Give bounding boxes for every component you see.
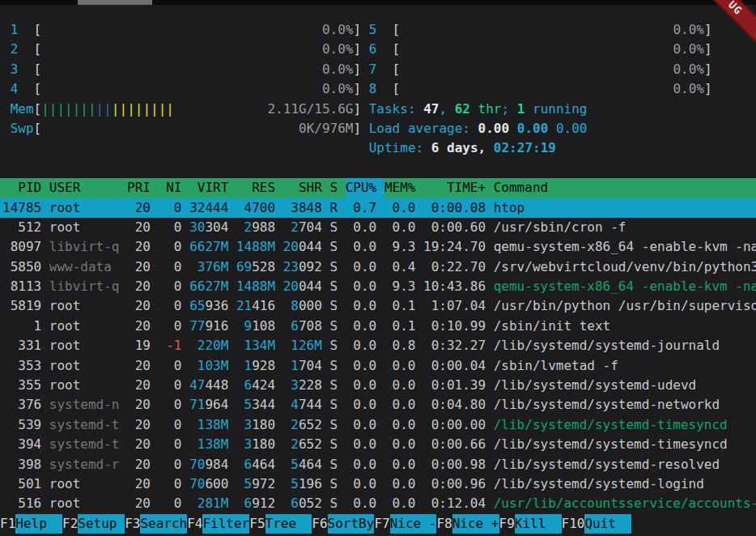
process-row[interactable]: 376systemd-n2007196453444744S0.00.00:04.…: [0, 395, 756, 415]
res-cell: 6912: [236, 494, 275, 513]
user-cell: libvirt-q: [49, 237, 120, 257]
shr-value-low: 652: [299, 436, 322, 452]
fkey-button-f9[interactable]: F9Kill: [499, 514, 562, 534]
state-cell: S: [329, 376, 338, 395]
time-cell: 0:00.66: [423, 435, 486, 454]
meter-open-bracket: [: [393, 40, 401, 59]
fkey-button-f1[interactable]: F1Help: [0, 514, 62, 534]
shr-value-low: 044: [299, 239, 322, 254]
state-cell: S: [329, 356, 338, 376]
cpu-percent-cell: 0.0: [346, 237, 377, 257]
meter-open-bracket: [: [393, 60, 401, 79]
process-row[interactable]: 8113libvirt-q2006627M1488M20044S0.09.310…: [0, 277, 756, 296]
column-header-pid[interactable]: PID: [2, 178, 41, 198]
process-row[interactable]: 331root19-1220M134M126MS0.00.80:32.27/li…: [0, 336, 756, 355]
pid-cell: 501: [2, 474, 41, 494]
fkey-button-f5[interactable]: F5Tree: [249, 514, 312, 534]
column-header-ni[interactable]: NI: [159, 178, 182, 198]
process-row[interactable]: 512root2003030429882704S0.00.00:00.60/us…: [0, 218, 756, 237]
res-cell: 1488M: [236, 237, 275, 257]
meter-pipe-segment: |||||||: [41, 101, 96, 117]
state-cell: S: [329, 317, 338, 336]
priority-cell: 20: [127, 356, 151, 376]
process-row[interactable]: 398systemd-r2007098464645464S0.00.00:00.…: [0, 455, 756, 474]
meter-pipe-segment: ||: [96, 101, 112, 117]
virt-value-high: 138M: [197, 436, 229, 452]
res-value-high: 3: [244, 417, 253, 432]
load-average-status-part: 0.00: [556, 119, 588, 138]
time-cell: 0:10.99: [423, 317, 486, 336]
process-row[interactable]: 539systemd-t200138M31802652S0.00.00:00.0…: [0, 415, 756, 435]
res-value-high: 21: [236, 298, 252, 313]
shr-cell: 2704: [283, 218, 322, 237]
column-header-shr[interactable]: SHR: [283, 178, 322, 198]
shr-value-high: 126M: [291, 338, 322, 353]
mem-percent-cell: 0.0: [384, 474, 416, 494]
state-cell: S: [329, 474, 338, 494]
column-header-user[interactable]: USER: [49, 178, 120, 198]
pid-cell: 512: [2, 218, 41, 237]
tasks-status-part: 47: [423, 100, 439, 119]
meter-value: 0.0%: [322, 40, 354, 59]
meter-caption: 1: [11, 20, 34, 40]
fkey-button-f3[interactable]: F3Search: [125, 514, 187, 534]
process-row[interactable]: 8097libvirt-q2006627M1488M20044S0.09.319…: [0, 237, 756, 257]
shr-cell: 3228: [283, 376, 322, 395]
meter-caption: 4: [11, 79, 34, 99]
fkey-button-f6[interactable]: F6SortBy: [312, 514, 374, 534]
cpu-meter-3: 3[0.0%]: [11, 60, 361, 79]
res-value-high: 4: [244, 200, 253, 215]
process-row[interactable]: 355root2004744864243228S0.00.00:01.39/li…: [0, 376, 756, 395]
time-cell: 0:00.96: [423, 474, 486, 494]
time-cell: 0:00.98: [423, 455, 486, 474]
shr-cell: 2652: [283, 435, 322, 454]
column-header-res[interactable]: RES: [236, 178, 275, 198]
state-cell: R: [329, 198, 338, 218]
meter-close-bracket: ]: [353, 79, 361, 99]
process-row[interactable]: 353root200103M19281704S0.00.00:00.04/sbi…: [0, 356, 756, 376]
fkey-button-f7[interactable]: F7Nice -: [374, 514, 436, 534]
fkey-button-f2[interactable]: F2Setup: [62, 514, 125, 534]
meter-bar: 0.0%: [400, 20, 704, 40]
process-row[interactable]: 14785root2003244447003848R0.70.00:00.08h…: [0, 198, 756, 218]
fkey-button-f10[interactable]: F10Quit: [562, 514, 632, 534]
process-row[interactable]: 1root2007791691086708S0.00.10:10.99/sbin…: [0, 317, 756, 336]
fkey-button-f8[interactable]: F8Nice +: [436, 514, 499, 534]
process-row[interactable]: 501root2007060059725196S0.00.00:00.96/li…: [0, 474, 756, 494]
fkey-label: Setup: [78, 514, 125, 534]
fkey-number: F10: [562, 514, 585, 534]
priority-cell: 19: [127, 336, 151, 355]
nice-cell: 0: [159, 198, 182, 218]
meter-pipe-segment: ||||||||: [112, 101, 174, 117]
res-cell: 6424: [236, 376, 275, 395]
column-header-mem[interactable]: MEM%: [384, 178, 416, 198]
priority-cell: 20: [127, 257, 151, 277]
column-header-pri[interactable]: PRI: [127, 178, 151, 198]
process-row[interactable]: 394systemd-t200138M31802652S0.00.00:00.6…: [0, 435, 756, 454]
column-header-time[interactable]: TIME+: [423, 178, 486, 198]
nice-cell: 0: [159, 296, 182, 316]
virt-cell: 71964: [189, 395, 228, 415]
virt-value-high: 30: [189, 219, 205, 235]
meter-caption: 3: [11, 60, 34, 79]
cpu-percent-cell: 0.7: [346, 198, 377, 218]
meter-open-bracket: [: [393, 79, 401, 99]
column-header-command[interactable]: Command: [494, 178, 756, 198]
column-header-cpu[interactable]: CPU%: [346, 178, 384, 198]
column-header-virt[interactable]: VIRT: [189, 178, 228, 198]
priority-cell: 20: [127, 376, 151, 395]
meter-value: 0.0%: [673, 60, 704, 79]
user-cell: root: [49, 376, 120, 395]
process-row[interactable]: 516root200281M69126052S0.00.00:12.04/usr…: [0, 494, 756, 513]
column-header-s[interactable]: S: [329, 178, 338, 198]
fkey-number: F8: [436, 514, 452, 534]
res-cell: 1488M: [236, 277, 275, 296]
fkey-button-f4[interactable]: F4Filter: [187, 514, 249, 534]
cpu-meter-line: 1[0.0%]5[0.0%]: [0, 20, 756, 40]
nice-cell: 0: [159, 435, 182, 454]
process-row[interactable]: 5819root20065936214168000S0.00.11:07.04/…: [0, 296, 756, 316]
process-row[interactable]: 5850www-data200376M6952823092S0.00.40:22…: [0, 257, 756, 277]
window-top-tab: [78, 0, 152, 5]
res-cell: 5344: [236, 395, 275, 415]
state-cell: S: [329, 296, 338, 316]
